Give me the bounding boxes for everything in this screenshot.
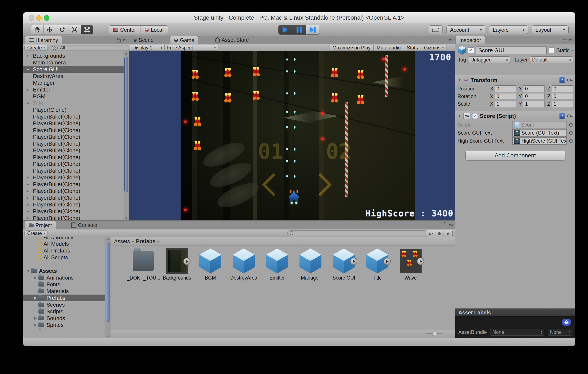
hierarchy-item[interactable]: BGM	[23, 93, 124, 100]
step-button[interactable]	[306, 25, 320, 34]
disclosure-triangle-icon[interactable]: ▶	[27, 67, 31, 71]
hierarchy-search[interactable]: ▾	[49, 45, 129, 51]
pane-menu-icon[interactable]: ▾≡	[449, 37, 453, 43]
expand-play-badge-icon[interactable]	[183, 258, 190, 265]
hierarchy-item[interactable]: PlayerBullet(Clone)	[23, 154, 124, 160]
tree-folder-prefabs[interactable]: ▶Prefabs	[23, 295, 105, 301]
disclosure-triangle-icon[interactable]: ▶	[34, 276, 38, 279]
display-dropdown[interactable]: Display 1 ▴▾	[130, 45, 165, 51]
asset-thumbnail[interactable]	[166, 248, 188, 273]
tree-root-assets[interactable]: ▼Assets	[23, 267, 105, 274]
hand-tool-button[interactable]	[31, 25, 43, 34]
lock-icon[interactable]	[443, 224, 447, 227]
scrollbar-thumb[interactable]	[106, 243, 110, 321]
hierarchy-item[interactable]: ▶Title	[23, 100, 124, 107]
object-reference-field[interactable]: Score	[512, 121, 567, 128]
disclosure-triangle-icon[interactable]: ▶	[27, 209, 31, 213]
hierarchy-item[interactable]: PlayerBullet(Clone)	[23, 167, 124, 174]
disclosure-triangle-icon[interactable]: ▶	[27, 196, 31, 200]
asset-thumbnail[interactable]	[233, 248, 255, 273]
rotate-tool-button[interactable]	[56, 25, 68, 34]
hierarchy-item[interactable]: ▶Emitter	[23, 86, 124, 93]
hierarchy-item[interactable]: PlayerBullet(Clone)	[23, 134, 124, 140]
pane-menu-icon[interactable]: ▾≡	[449, 222, 453, 227]
disclosure-triangle-icon[interactable]: ▶	[27, 216, 31, 220]
asset-item-manager[interactable]: Manager	[299, 248, 322, 281]
account-dropdown[interactable]: Account▾	[446, 25, 485, 34]
asset-thumbnail[interactable]	[333, 248, 355, 273]
label-tag-button[interactable]	[562, 319, 571, 326]
space-toggle-button[interactable]: Local	[140, 26, 168, 34]
rotation-y-field[interactable]: 0	[523, 93, 545, 100]
position-y-field[interactable]: 0	[523, 85, 545, 92]
asset-item-bgm[interactable]: BGM	[199, 248, 222, 281]
rotation-z-field[interactable]: 0	[552, 93, 573, 100]
game-toolbar-button-gizmos[interactable]: Gizmos▾	[421, 45, 446, 51]
play-button[interactable]	[279, 25, 292, 34]
favorite-search-item[interactable]: All Models	[23, 240, 105, 247]
rotation-x-field[interactable]: 0	[495, 93, 516, 100]
foldout-triangle-icon[interactable]: ▼	[458, 78, 461, 82]
filter-by-label-icon[interactable]	[435, 230, 444, 237]
lock-icon[interactable]	[563, 39, 567, 43]
gear-icon[interactable]: ⚙▾	[567, 77, 573, 83]
hierarchy-item[interactable]: PlayerBullet(Clone)	[23, 160, 124, 167]
tab-scene[interactable]: # Scene	[130, 36, 157, 44]
tab-game[interactable]: Game	[170, 36, 198, 44]
expand-play-badge-icon[interactable]	[384, 258, 391, 265]
pane-menu-icon[interactable]: ▾≡	[123, 37, 127, 43]
pivot-toggle-button[interactable]: Center	[109, 26, 140, 34]
hierarchy-item[interactable]: ▶PlayerBullet(Clone)	[23, 194, 124, 201]
tab-hierarchy[interactable]: Hierarchy	[25, 36, 62, 44]
asset-item-score-gui[interactable]: Score GUI	[332, 248, 356, 281]
tree-folder-sprites[interactable]: ▶Sprites	[23, 321, 105, 328]
breadcrumb-prefabs[interactable]: Prefabs	[136, 238, 156, 245]
gear-icon[interactable]: ⚙▾	[567, 113, 573, 119]
hierarchy-create-button[interactable]: Create ▾	[24, 45, 48, 51]
layout-dropdown[interactable]: Layout▾	[532, 25, 568, 34]
tab-console[interactable]: Console	[68, 221, 101, 229]
disclosure-triangle-icon[interactable]: ▶	[34, 323, 38, 327]
asset-item--dont-tou-[interactable]: _DONT_TOU...	[132, 248, 156, 281]
favorite-search-item[interactable]: All Scripts	[23, 254, 105, 261]
project-search-input[interactable]	[295, 230, 404, 236]
tag-dropdown[interactable]: Untagged ▴▾	[468, 56, 510, 63]
game-toolbar-button-mute-audio[interactable]: Mute audio	[374, 45, 404, 51]
tree-folder-textures[interactable]: Textures	[23, 328, 105, 330]
asset-item-backgrounds[interactable]: Backgrounds	[165, 248, 189, 281]
hierarchy-item[interactable]: ▶PlayerBullet(Clone)	[23, 201, 124, 208]
tree-folder-scenes[interactable]: Scenes	[23, 301, 105, 308]
tab-project[interactable]: Project	[25, 221, 56, 230]
asset-item-wave[interactable]: Wave	[399, 248, 422, 281]
hierarchy-item[interactable]: Player(Clone)	[23, 107, 124, 113]
static-checkbox[interactable]: ✓	[549, 48, 554, 53]
asset-item-title[interactable]: Title	[365, 248, 389, 281]
scroll-down-icon[interactable]: ▼	[105, 335, 111, 338]
position-x-field[interactable]: 0	[495, 85, 516, 92]
position-z-field[interactable]: 0	[552, 85, 573, 92]
tree-folder-scripts[interactable]: Scripts	[23, 308, 105, 315]
project-search[interactable]	[287, 230, 427, 236]
tab-asset-store[interactable]: Asset Store	[212, 36, 252, 44]
layers-dropdown[interactable]: Layers▾	[489, 25, 528, 34]
scale-y-field[interactable]: 1	[523, 101, 545, 107]
object-picker-icon[interactable]: ⊙	[569, 122, 573, 128]
scale-x-field[interactable]: 1	[495, 101, 516, 107]
disclosure-triangle-icon[interactable]: ▶	[27, 203, 31, 206]
game-toolbar-button-maximize-on-play[interactable]: Maximize on Play	[329, 45, 374, 51]
active-checkbox[interactable]: ✓	[468, 47, 474, 53]
disclosure-triangle-icon[interactable]: ▶	[34, 296, 38, 300]
hierarchy-item[interactable]: ▶Score GUI	[23, 66, 124, 73]
asset-thumbnail[interactable]	[200, 248, 221, 273]
hierarchy-item[interactable]: ▶PlayerBullet(Clone)	[23, 215, 124, 220]
disclosure-triangle-icon[interactable]: ▶	[34, 316, 38, 320]
tab-inspector[interactable]: Inspector	[455, 36, 485, 44]
expand-play-badge-icon[interactable]	[417, 258, 424, 265]
aspect-dropdown[interactable]: Free Aspect ▾	[164, 45, 218, 51]
scroll-up-icon[interactable]: ▲	[105, 237, 111, 241]
scroll-up-icon[interactable]: ▲	[124, 51, 129, 56]
assetbundle-dropdown[interactable]: None ▴▾	[490, 329, 544, 336]
script-header[interactable]: ▼ C# ✓ Score (Script) ? ⚙▾	[455, 111, 575, 121]
hierarchy-item[interactable]: ▶PlayerBullet(Clone)	[23, 181, 124, 188]
tree-folder-sounds[interactable]: ▶Sounds	[23, 315, 105, 321]
